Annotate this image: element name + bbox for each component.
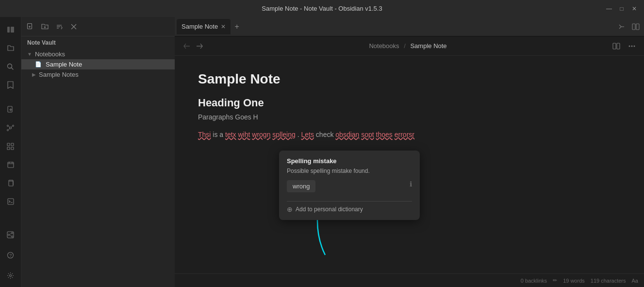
error-obsdian: obsdian (335, 131, 359, 138)
svg-rect-22 (9, 181, 13, 186)
svg-line-11 (9, 126, 10, 127)
svg-rect-18 (8, 162, 14, 168)
backlinks-count[interactable]: 0 backlinks (521, 278, 547, 284)
plus-circle-icon: ⊕ (287, 205, 293, 213)
svg-rect-49 (613, 43, 616, 49)
new-note-button[interactable] (23, 20, 37, 34)
tree-item-notebooks[interactable]: ▼ Notebooks (21, 49, 175, 59)
calendar-icon[interactable] (2, 156, 19, 173)
graph-icon[interactable] (2, 119, 19, 136)
svg-line-13 (9, 129, 10, 130)
error-tetx: tetx (225, 131, 236, 138)
tab-label: Sample Note (182, 23, 218, 30)
breadcrumb-current: Sample Note (410, 42, 446, 50)
status-bar: 0 backlinks ✏ 19 words 119 characters Aa (175, 273, 644, 287)
svg-rect-16 (7, 147, 10, 150)
tree-item-sample-notes[interactable]: ▶ Sample Notes (21, 69, 175, 80)
tab-add-button[interactable]: + (231, 20, 243, 33)
svg-rect-14 (7, 143, 10, 146)
svg-point-10 (7, 129, 9, 131)
sort-button[interactable] (52, 20, 66, 34)
new-folder-button[interactable] (38, 20, 51, 34)
search-icon[interactable] (2, 58, 19, 75)
svg-point-33 (10, 274, 12, 276)
icon-rail: ? (0, 17, 21, 287)
info-icon[interactable]: ℹ (410, 180, 412, 188)
titlebar: Sample Note - Note Vault - Obsidian v1.5… (0, 0, 644, 17)
left-panel: ? (0, 17, 175, 287)
edit-icon: ✏ (553, 277, 557, 284)
spelling-divider (287, 201, 412, 202)
font-size-label[interactable]: Aa (632, 278, 638, 284)
svg-point-26 (8, 234, 10, 236)
split-view-icon[interactable] (629, 20, 642, 33)
svg-rect-0 (7, 27, 10, 33)
svg-rect-50 (617, 43, 620, 49)
svg-point-52 (631, 45, 633, 47)
error-errorsr: errorsr (395, 131, 414, 138)
error-lets: Lets (301, 131, 314, 138)
toggle-sidebar-icon[interactable] (2, 21, 19, 38)
spelling-suggestion[interactable]: wrong (287, 180, 315, 192)
copy-icon[interactable] (2, 174, 19, 192)
note-title: Sample Note (198, 71, 621, 87)
word-count: 19 words (563, 278, 585, 284)
right-panel: Sample Note ✕ + (175, 17, 644, 287)
svg-rect-15 (11, 143, 14, 146)
forward-button[interactable] (193, 40, 206, 52)
breadcrumb-separator: / (404, 42, 406, 50)
tree-item-sample-note[interactable]: 📄 Sample Note (21, 59, 175, 69)
file-icon: 📄 (35, 61, 42, 68)
svg-line-3 (12, 68, 14, 69)
graph-view-icon[interactable] (2, 226, 19, 243)
svg-point-28 (12, 236, 13, 237)
app-body: ? (0, 17, 644, 287)
sample-note-label: Sample Note (46, 61, 82, 68)
file-tree-toolbar (21, 17, 175, 36)
svg-point-7 (10, 127, 12, 129)
close-button[interactable]: ✕ (630, 5, 638, 13)
breadcrumb-notebooks[interactable]: Notebooks (369, 42, 399, 50)
chevron-right-icon: ▶ (32, 72, 36, 77)
more-options-icon[interactable] (626, 40, 638, 52)
error-splleing: splleing (272, 131, 295, 138)
svg-rect-23 (8, 199, 14, 204)
add-to-dictionary-button[interactable]: ⊕ Add to personal dictionary (287, 205, 412, 213)
svg-rect-46 (636, 24, 639, 30)
back-button[interactable] (181, 40, 193, 52)
toolbar-right (610, 40, 638, 52)
tab-sample-note[interactable]: Sample Note ✕ (177, 19, 231, 34)
reading-view-icon[interactable] (610, 40, 623, 52)
content-toolbar: Notebooks / Sample Note (175, 36, 644, 56)
tab-close-icon[interactable]: ✕ (221, 23, 226, 30)
sample-notes-label: Sample Notes (39, 71, 79, 78)
paragraph: Paragraphs Goes H (198, 113, 621, 121)
svg-point-8 (7, 125, 9, 126)
help-icon[interactable]: ? (2, 246, 19, 264)
editor[interactable]: Sample Note Heading One Paragraphs Goes … (175, 56, 644, 273)
titlebar-controls: — □ ✕ (605, 5, 638, 13)
titlebar-title: Sample Note - Note Vault - Obsidian v1.5… (262, 5, 382, 12)
file-tree: Note Vault ▼ Notebooks 📄 Sample Note ▶ S… (21, 17, 175, 287)
settings-icon[interactable] (2, 267, 19, 284)
collapse-button[interactable] (67, 20, 81, 34)
error-thoes: thoes (376, 131, 393, 138)
error-line: Thsi is a tetx wiht wrogn splleing . Let… (198, 129, 621, 141)
svg-line-30 (10, 235, 12, 236)
bookmark-icon[interactable] (2, 76, 19, 94)
minimize-button[interactable]: — (605, 5, 613, 13)
chevron-down-icon: ▼ (27, 51, 32, 57)
tab-list-icon[interactable] (615, 20, 627, 33)
error-wiht: wiht (238, 131, 250, 138)
spelling-popup-title: Spelling mistake (287, 157, 412, 165)
open-folder-icon[interactable] (2, 39, 19, 57)
spelling-popup: Spelling mistake Possible spelling mista… (279, 151, 420, 220)
svg-point-9 (13, 125, 14, 126)
new-note-icon[interactable] (2, 101, 19, 118)
svg-line-12 (11, 126, 13, 127)
maximize-button[interactable]: □ (618, 5, 626, 13)
dashboard-icon[interactable] (2, 137, 19, 155)
svg-point-51 (629, 45, 630, 47)
breadcrumb: Notebooks / Sample Note (206, 42, 610, 50)
terminal-icon[interactable] (2, 193, 19, 210)
